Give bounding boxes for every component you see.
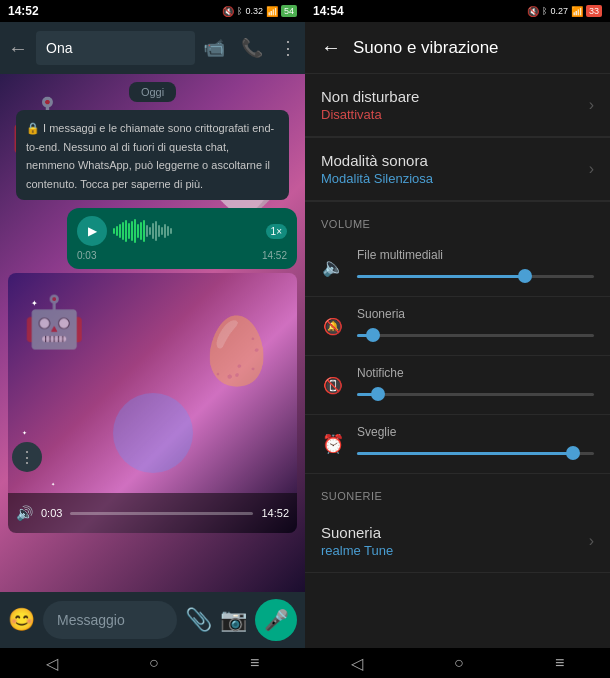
nav-home-icon[interactable]: ○: [149, 654, 159, 672]
call-icon[interactable]: 📞: [241, 37, 263, 59]
ringtone-volume-icon: 🔕: [321, 317, 345, 336]
top-action-icons: 📹 📞 ⋮: [203, 37, 297, 59]
media-volume-label: File multimediali: [357, 248, 594, 262]
voice-duration: 0:03: [77, 250, 96, 261]
modalita-sonora-row[interactable]: Modalità sonora Modalità Silenziosa ›: [305, 138, 610, 201]
nav-back-icon[interactable]: ◁: [46, 654, 58, 673]
page-title: Suono e vibrazione: [353, 38, 499, 58]
wave-bar: [131, 221, 133, 241]
volume-row-ringtone: 🔕 Suoneria: [305, 297, 610, 355]
suoneria-label: Suoneria: [321, 524, 393, 541]
wave-bar: [122, 222, 124, 240]
video-call-icon[interactable]: 📹: [203, 37, 225, 59]
volume-row-notifications: 📵 Notifiche: [305, 356, 610, 414]
volume-section-label: VOLUME: [305, 202, 610, 238]
video-thumbnail[interactable]: 🤖 🥚 ✦ ✦ ✦ 🔊 0:03 14:52: [8, 273, 297, 533]
wave-bar: [143, 220, 145, 242]
message-placeholder: Messaggio: [57, 612, 125, 628]
today-label-container: Oggi: [0, 82, 305, 102]
nav-bar-left: ◁ ○ ≡: [0, 648, 305, 678]
right-panel: 14:54 🔇 ᛒ 0.27 📶 33 ← Suono e vibrazione…: [305, 0, 610, 678]
back-button-left[interactable]: ←: [8, 37, 28, 60]
more-options-icon[interactable]: ⋮: [279, 37, 297, 59]
wave-bar: [116, 226, 118, 236]
suoneria-row[interactable]: Suoneria realme Tune ›: [305, 510, 610, 572]
today-badge: Oggi: [129, 82, 176, 102]
wave-bar: [146, 225, 148, 237]
wave-bar: [128, 223, 130, 239]
wave-bar: [164, 224, 166, 238]
nav-recents-icon[interactable]: ≡: [250, 654, 259, 672]
modalita-sonora-info: Modalità sonora Modalità Silenziosa: [321, 152, 433, 186]
volume-row-media: 🔈 File multimediali: [305, 238, 610, 296]
voice-controls: ▶: [77, 216, 287, 246]
suoneria-chevron: ›: [589, 532, 594, 550]
non-disturbare-label: Non disturbare: [321, 88, 419, 105]
wave-bar: [125, 220, 127, 242]
voice-time-row: 0:03 14:52: [77, 250, 287, 261]
wave-bar: [170, 228, 172, 234]
status-time-right: 14:54: [313, 4, 344, 18]
status-time-left: 14:52: [8, 4, 39, 18]
notification-volume-icon: 📵: [321, 376, 345, 395]
mic-button[interactable]: 🎤: [255, 599, 297, 641]
status-bar-left: 14:52 🔇 ᛒ 0.32 📶 54: [0, 0, 305, 22]
alarm-volume-icon: ⏰: [321, 433, 345, 455]
wave-bar: [155, 221, 157, 241]
nav-back-right[interactable]: ◁: [351, 654, 363, 673]
wave-bar: [119, 224, 121, 238]
voice-message-bubble: ▶: [67, 208, 297, 269]
modalita-sonora-sub: Modalità Silenziosa: [321, 171, 433, 186]
camera-button[interactable]: 📷: [220, 607, 247, 633]
wave-bar: [152, 223, 154, 239]
nav-recents-right[interactable]: ≡: [555, 654, 564, 672]
modalita-sonora-chevron: ›: [589, 160, 594, 178]
speed-badge[interactable]: 1×: [266, 224, 287, 239]
encryption-notice[interactable]: 🔒 I messaggi e le chiamate sono crittogr…: [16, 110, 289, 200]
left-panel: 14:52 🔇 ᛒ 0.32 📶 54 ← Ona 📹 📞 ⋮ 🤖 🤍 Oggi: [0, 0, 305, 678]
settings-content: Non disturbare Disattivata › Modalità so…: [305, 74, 610, 648]
status-icons-right: 🔇 ᛒ 0.27 📶 33: [527, 5, 602, 17]
modalita-sonora-label: Modalità sonora: [321, 152, 433, 169]
encryption-text: 🔒 I messaggi e le chiamate sono crittogr…: [26, 122, 274, 190]
ringtone-volume-label: Suoneria: [357, 307, 594, 321]
video-progress-bar[interactable]: [70, 512, 253, 515]
status-bar-right: 14:54 🔇 ᛒ 0.27 📶 33: [305, 0, 610, 22]
contact-name-box[interactable]: Ona: [36, 31, 195, 65]
wave-bar: [140, 222, 142, 240]
waveform: [113, 217, 260, 245]
notification-volume-label: Notifiche: [357, 366, 594, 380]
alarm-volume-slider[interactable]: [357, 443, 594, 463]
top-bar-left: ← Ona 📹 📞 ⋮: [0, 22, 305, 74]
eva-decoration: 🥚: [196, 313, 277, 389]
wave-bar: [134, 219, 136, 243]
nav-bar-right: ◁ ○ ≡: [305, 648, 610, 678]
media-volume-slider[interactable]: [357, 266, 594, 286]
notification-volume-slider[interactable]: [357, 384, 594, 404]
more-button[interactable]: ⋮: [12, 442, 42, 472]
wave-bar: [167, 226, 169, 236]
suonerie-section-label: SUONERIE: [305, 474, 610, 510]
non-disturbare-sub: Disattivata: [321, 107, 419, 122]
light-orb: [113, 393, 193, 473]
back-button-right[interactable]: ←: [321, 36, 341, 59]
play-button[interactable]: ▶: [77, 216, 107, 246]
attach-button[interactable]: 📎: [185, 607, 212, 633]
non-disturbare-row[interactable]: Non disturbare Disattivata ›: [305, 74, 610, 137]
message-input[interactable]: Messaggio: [43, 601, 177, 639]
volume-icon[interactable]: 🔊: [16, 505, 33, 521]
voice-timestamp: 14:52: [262, 250, 287, 261]
divider-7: [305, 572, 610, 573]
wave-bar: [158, 225, 160, 237]
wave-bar: [137, 224, 139, 238]
chat-area: 🤖 🤍 Oggi 🔒 I messaggi e le chiamate sono…: [0, 74, 305, 592]
video-overlay: 🔊 0:03 14:52: [8, 493, 297, 533]
emoji-button[interactable]: 😊: [8, 607, 35, 633]
alarm-volume-label: Sveglie: [357, 425, 594, 439]
nav-home-right[interactable]: ○: [454, 654, 464, 672]
volume-row-alarm: ⏰ Sveglie: [305, 415, 610, 473]
ringtone-volume-slider[interactable]: [357, 325, 594, 345]
wave-bar: [113, 228, 115, 234]
non-disturbare-chevron: ›: [589, 96, 594, 114]
bottom-bar-left: 😊 Messaggio 📎 📷 🎤: [0, 592, 305, 648]
